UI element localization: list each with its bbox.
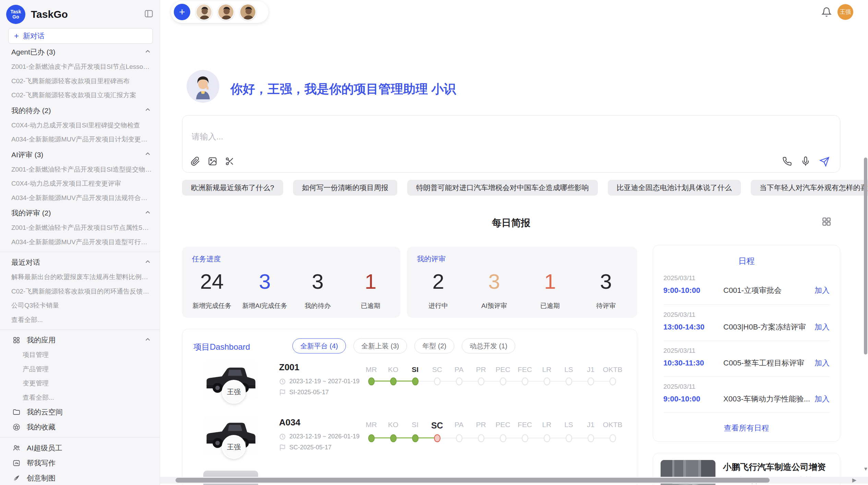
notification-bell-icon[interactable] — [821, 7, 832, 17]
new-session-button[interactable]: + — [174, 4, 190, 20]
section-my-review[interactable]: 我的评审 (2) — [0, 206, 160, 221]
schedule-event: 2025/03/11 10:30-11:30 C005-整车工程目标评审 加入 — [663, 347, 830, 368]
chat-input[interactable] — [192, 132, 603, 141]
voice-call-icon[interactable] — [782, 157, 792, 166]
scissors-icon[interactable] — [225, 157, 234, 166]
project-owner-avatar: 王强 — [222, 380, 246, 404]
star-circle-icon — [12, 423, 21, 431]
sidebar-item-change-mgmt[interactable]: 变更管理 — [0, 376, 160, 390]
sidebar-item-product-mgmt[interactable]: 产品管理 — [0, 362, 160, 376]
attachment-icon[interactable] — [191, 157, 200, 166]
project-row-a034[interactable]: 王强 A034 2023-12-19 ~ 2026-01-19 SC-2025-… — [182, 416, 637, 471]
list-item[interactable]: A034-全新新能源MUV产品开发项目计划变更表编写 — [0, 132, 160, 147]
list-item[interactable]: Z001-全新燃油皮卡产品开发项目SI节点Lesson Learn报告 — [0, 60, 160, 74]
project-row-z001[interactable]: 王强 Z001 2023-12-19 ~ 2027-01-19 SI-2025-… — [182, 361, 637, 415]
join-button[interactable]: 加入 — [815, 358, 830, 368]
suggestion-chips: 欧洲新规最近颁布了什么? 如何写一份清晰的项目周报 特朗普可能对进口汽车增税会对… — [182, 180, 864, 196]
list-item[interactable]: Z001-全新燃油轻卡产品开发项目SI造型提交物评审 — [0, 162, 160, 177]
app-title: TaskGo — [31, 9, 144, 20]
divider — [0, 437, 160, 438]
chevron-up-icon[interactable] — [144, 258, 152, 267]
folder-icon — [12, 408, 21, 416]
sidebar-collapse-icon[interactable] — [144, 9, 154, 20]
sidebar-item-project-mgmt[interactable]: 项目管理 — [0, 348, 160, 362]
chevron-up-icon[interactable] — [144, 150, 152, 159]
view-all-chats[interactable]: 查看全部... — [0, 313, 160, 327]
stat: 3 AI预评审 — [466, 266, 522, 318]
list-item[interactable]: A034-全新新能源MUV产品开发项目法规符合性评审 — [0, 191, 160, 205]
suggestion-chip[interactable]: 特朗普可能对进口汽车增税会对中国车企造成哪些影响 — [407, 180, 598, 196]
session-avatar-3[interactable] — [240, 4, 256, 20]
stat-label: 进行中 — [429, 301, 448, 310]
join-button[interactable]: 加入 — [815, 394, 830, 404]
list-item[interactable]: C0X4-动力总成开发项目SI里程碑提交物检查 — [0, 118, 160, 133]
layout-grid-icon[interactable] — [821, 216, 832, 227]
image-upload-icon[interactable] — [208, 157, 217, 166]
milestone-dots — [360, 431, 624, 446]
divider — [0, 252, 160, 252]
list-item[interactable]: C02-飞腾新能源轻客改款项目的闭环通告反馈情况 — [0, 284, 160, 299]
divider — [663, 376, 830, 377]
new-chat-button[interactable]: + 新对话 — [8, 28, 153, 44]
taskgo-logo: Task Go — [6, 5, 25, 24]
list-item[interactable]: 解释最新出台的欧盟报废车法规再生塑料比例被调至15%... — [0, 270, 160, 284]
chevron-up-icon[interactable] — [144, 106, 152, 115]
suggestion-chip[interactable]: 如何写一份清晰的项目周报 — [293, 180, 397, 196]
new-chat-label: 新对话 — [23, 31, 45, 41]
join-button[interactable]: 加入 — [815, 285, 830, 296]
list-item[interactable]: 公司Q3轻卡销量 — [0, 298, 160, 313]
vertical-scrollbar-thumb[interactable] — [864, 158, 867, 355]
list-item[interactable]: A034-全新新能源MUV产品开发项目造型可行性评审 — [0, 235, 160, 249]
tab-year-model[interactable]: 年型 (2) — [414, 338, 454, 353]
sidebar-item-favorites[interactable]: 我的收藏 — [0, 420, 160, 435]
join-button[interactable]: 加入 — [815, 322, 830, 332]
schedule-title: 日程 — [653, 256, 840, 266]
list-item[interactable]: C02-飞腾新能源轻客改款项目立项汇报方案 — [0, 88, 160, 102]
microphone-icon[interactable] — [801, 157, 810, 166]
dashboard-title: 项目Dashboard — [193, 341, 250, 352]
schedule-event: 2025/03/11 9:00-10:00 C001-立项审批会 加入 — [663, 274, 830, 296]
write-icon — [12, 459, 21, 467]
event-time: 9:00-10:00 — [663, 395, 723, 403]
user-avatar[interactable]: 王强 — [837, 4, 853, 20]
milestone-track — [360, 374, 624, 389]
scroll-right-arrow-icon[interactable]: ▶ — [852, 477, 856, 483]
section-agent-done[interactable]: Agent已办 (3) — [0, 45, 160, 60]
section-recent-chats[interactable]: 最近对话 — [0, 255, 160, 270]
list-item[interactable]: Z001-全新燃油轻卡产品开发项目SI节点属性5D文件评审 — [0, 221, 160, 235]
chevron-up-icon[interactable] — [144, 48, 152, 57]
flag-icon — [279, 389, 286, 396]
sidebar-item-ai-employee[interactable]: AI超级员工 — [0, 440, 160, 456]
suggestion-chip[interactable]: 比亚迪全固态电池计划具体说了什么 — [608, 180, 741, 196]
tab-powertrain[interactable]: 动总开发 (1) — [462, 338, 515, 353]
view-all-schedule[interactable]: 查看所有日程 — [653, 423, 840, 433]
suggestion-chip[interactable]: 欧洲新规最近颁布了什么? — [182, 180, 283, 196]
tab-new-platform[interactable]: 全新平台 (4) — [292, 338, 346, 353]
tab-new-body[interactable]: 全新上装 (3) — [353, 338, 407, 353]
chevron-up-icon[interactable] — [144, 209, 152, 218]
send-icon[interactable] — [819, 157, 829, 166]
horizontal-scrollbar-thumb[interactable] — [176, 478, 770, 483]
suggestion-chip[interactable]: 当下年轻人对汽车外观有怎样的喜好趋势 — [751, 180, 868, 196]
section-ai-review[interactable]: AI评审 (3) — [0, 147, 160, 162]
divider — [663, 304, 830, 305]
session-avatar-1[interactable] — [196, 4, 212, 20]
view-all-apps[interactable]: 查看全部... — [0, 390, 160, 405]
stat-value: 3 — [600, 266, 612, 297]
sidebar-item-creative-draw[interactable]: 创意制图 — [0, 471, 160, 485]
chevron-up-icon[interactable] — [144, 336, 152, 345]
event-time: 13:00-14:30 — [663, 323, 723, 332]
sidebar-item-my-apps[interactable]: 我的应用 — [0, 333, 160, 348]
sidebar-item-cloud-space[interactable]: 我的云空间 — [0, 405, 160, 420]
project-owner-avatar: 王强 — [222, 435, 246, 459]
sidebar-item-write-helper[interactable]: 帮我写作 — [0, 456, 160, 471]
stat-label: 新增完成任务 — [192, 301, 231, 310]
event-name: C001-立项审批会 — [723, 285, 815, 296]
list-item[interactable]: C0X4-动力总成开发项目工程变更评审 — [0, 176, 160, 191]
section-my-todo[interactable]: 我的待办 (2) — [0, 103, 160, 118]
schedule-event: 2025/03/11 9:00-10:00 X003-车辆动力学性能验... 加… — [663, 383, 830, 404]
scroll-down-arrow-icon[interactable]: ▼ — [863, 466, 868, 472]
session-avatar-2[interactable] — [218, 4, 234, 20]
list-item[interactable]: C02-飞腾新能源轻客改款项目里程碑画布 — [0, 74, 160, 88]
stat-value: 1 — [544, 266, 556, 297]
